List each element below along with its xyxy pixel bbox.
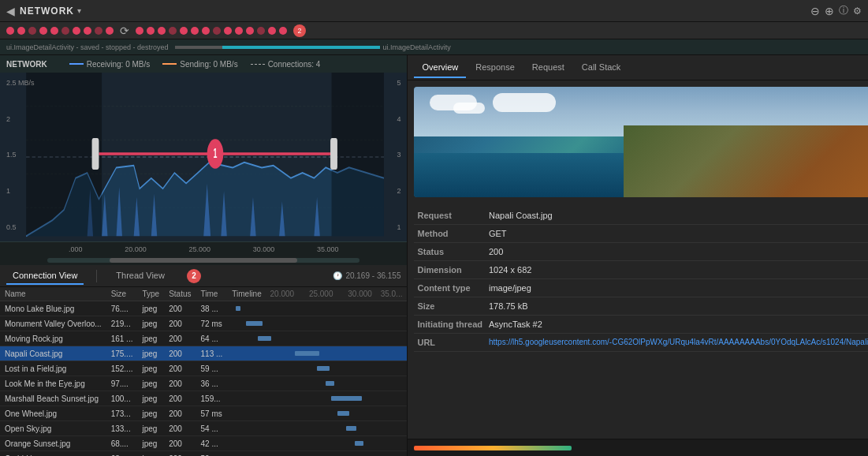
right-panel: Overview Response Request Call Stack ✕: [408, 55, 868, 456]
cell-size: 152....: [106, 361, 138, 376]
cell-timeline: [227, 406, 407, 421]
table-row[interactable]: Look Me in the Eye.jpg 97.... jpeg 200 3…: [0, 376, 407, 391]
x-axis: .000 20.000 25.000 30.000 35.000: [0, 241, 407, 256]
table-row[interactable]: Napali Coast.jpg 175.... jpeg 200 113 ..…: [0, 346, 407, 361]
table-row[interactable]: Marshall Beach Sunset.jpg 100... jpeg 20…: [0, 391, 407, 406]
svg-text:1: 1: [214, 146, 218, 161]
tab-connection-view[interactable]: Connection View: [6, 267, 84, 285]
y-label-r: 5: [397, 79, 400, 87]
col-header-time: Time: [196, 287, 228, 301]
activity-dot: [268, 27, 276, 35]
detail-value[interactable]: https://lh5.googleusercontent.com/-CG62O…: [486, 334, 868, 352]
tab-thread-view[interactable]: Thread View: [110, 267, 171, 285]
minimize-icon[interactable]: ⊖: [810, 5, 820, 17]
activity-dot: [213, 27, 221, 35]
legend-sending: Sending: 0 MB/s: [162, 60, 237, 69]
cell-status: 200: [164, 421, 196, 436]
request-table[interactable]: Name Size Type Status Time Timeline 20.0…: [0, 287, 407, 456]
dropdown-arrow-icon[interactable]: ▾: [77, 6, 81, 15]
table-body: Mono Lake Blue.jpg 76.... jpeg 200 38 ..…: [0, 301, 407, 457]
settings-icon[interactable]: ⚙: [853, 6, 862, 17]
timeline-segment-gray: [175, 46, 222, 49]
table-row[interactable]: Orchid.jpg 68.... jpeg 200 50 ...: [0, 451, 407, 457]
cell-type: jpeg: [137, 391, 164, 406]
table-row[interactable]: Monument Valley Overloo... 219... jpeg 2…: [0, 316, 407, 331]
detail-row: Content type image/jpeg: [414, 279, 868, 297]
cell-timeline: [227, 301, 407, 316]
legend-receiving-label: Receiving: 0 MB/s: [87, 60, 151, 69]
detail-value: GET: [486, 225, 868, 243]
detail-value: 178.75 kB: [486, 297, 868, 316]
cell-time: 159...: [196, 391, 228, 406]
table-row[interactable]: Orange Sunset.jpg 68.... jpeg 200 42 ...: [0, 436, 407, 451]
activity-dot: [28, 27, 36, 35]
right-panel-content: Request Napali Coast.jpg Method GET Stat…: [408, 80, 868, 439]
x-label: .000: [69, 245, 83, 253]
detail-label: Method: [414, 225, 486, 243]
col-header-name: Name: [0, 287, 106, 301]
tab-call-stack[interactable]: Call Stack: [574, 58, 629, 78]
detail-value: 1024 x 682: [486, 261, 868, 279]
cell-status: 200: [164, 436, 196, 451]
table-row[interactable]: Lost in a Field.jpg 152.... jpeg 200 59 …: [0, 361, 407, 376]
cell-type: jpeg: [137, 436, 164, 451]
activity-dot: [202, 27, 210, 35]
cell-timeline: [227, 376, 407, 391]
cell-time: 36 ...: [196, 376, 228, 391]
col-header-status: Status: [164, 287, 196, 301]
cell-type: jpeg: [137, 301, 164, 316]
cell-name: Look Me in the Eye.jpg: [0, 376, 106, 391]
y-label: 1.5: [6, 151, 35, 159]
activity-dot: [180, 27, 188, 35]
x-label: 25.000: [188, 245, 210, 253]
cell-time: 57 ms: [196, 406, 228, 421]
col-header-timeline: Timeline 20.000 25.000 30.000 35.0...: [227, 287, 407, 301]
chart-svg: 1: [0, 73, 407, 241]
right-panel-tabs: Overview Response Request Call Stack ✕: [408, 55, 868, 80]
table-row[interactable]: Moving Rock.jpg 161 ... jpeg 200 64 ...: [0, 331, 407, 346]
table-row[interactable]: One Wheel.jpg 173... jpeg 200 57 ms: [0, 406, 407, 421]
cell-status: 200: [164, 451, 196, 457]
detail-value: Napali Coast.jpg: [486, 207, 868, 225]
x-label: 30.000: [253, 245, 275, 253]
tab-request[interactable]: Request: [524, 58, 572, 78]
chart-area[interactable]: 2.5 MB/s 2 1.5 1 0.5 5 4 3 2 1: [0, 73, 407, 241]
detail-row: Status 200: [414, 243, 868, 261]
scroll-thumb[interactable]: [110, 258, 297, 263]
legend-receiving: Receiving: 0 MB/s: [69, 60, 151, 69]
badge-number: 2: [187, 269, 201, 283]
tab-overview[interactable]: Overview: [414, 58, 466, 78]
info-icon[interactable]: ⓘ: [839, 4, 848, 17]
cell-status: 200: [164, 301, 196, 316]
table-header-row: Name Size Type Status Time Timeline 20.0…: [0, 287, 407, 301]
scroll-bar[interactable]: [0, 256, 407, 265]
legend-sending-line: [162, 63, 177, 65]
napali-coast-image: [414, 87, 868, 197]
arrow-right-icon[interactable]: ⟳: [120, 24, 129, 37]
cell-status: 200: [164, 331, 196, 346]
table-row[interactable]: Open Sky.jpg 133... jpeg 200 54 ...: [0, 421, 407, 436]
cell-status: 200: [164, 316, 196, 331]
cell-timeline: [227, 331, 407, 346]
y-label-r: 2: [397, 187, 400, 195]
tab-response[interactable]: Response: [468, 58, 523, 78]
cell-timeline: [227, 346, 407, 361]
legend-receiving-line: [69, 63, 84, 65]
progress-bar: [414, 446, 572, 450]
back-button[interactable]: ◀: [6, 5, 15, 17]
image-preview: [414, 87, 868, 197]
activity-dot: [224, 27, 232, 35]
cell-time: 64 ...: [196, 331, 228, 346]
cell-size: 161 ...: [106, 331, 138, 346]
table-row[interactable]: Mono Lake Blue.jpg 76.... jpeg 200 38 ..…: [0, 301, 407, 316]
cell-time: 54 ...: [196, 421, 228, 436]
cell-timeline: [227, 361, 407, 376]
detail-row: URL https://lh5.googleusercontent.com/-C…: [414, 334, 868, 352]
detail-label: Dimension: [414, 261, 486, 279]
cell-size: 173...: [106, 406, 138, 421]
timeline-label-left: ui.ImageDetailActivity - saved - stopped…: [6, 43, 169, 51]
timeline-segment-teal: [222, 46, 380, 49]
maximize-icon[interactable]: ⊕: [825, 5, 834, 17]
legend-connections-line: [251, 64, 265, 65]
cell-name: Napali Coast.jpg: [0, 346, 106, 361]
